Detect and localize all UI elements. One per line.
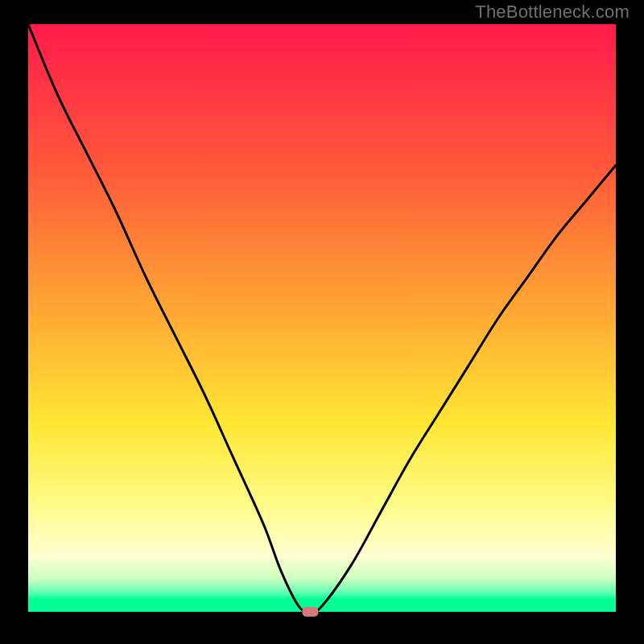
plot-svg	[28, 24, 616, 612]
watermark-text: TheBottleneck.com	[475, 2, 630, 23]
chart-frame: TheBottleneck.com	[0, 0, 644, 644]
curve-min-marker	[302, 607, 318, 617]
bottleneck-curve	[28, 24, 616, 612]
plot-area	[28, 24, 616, 612]
